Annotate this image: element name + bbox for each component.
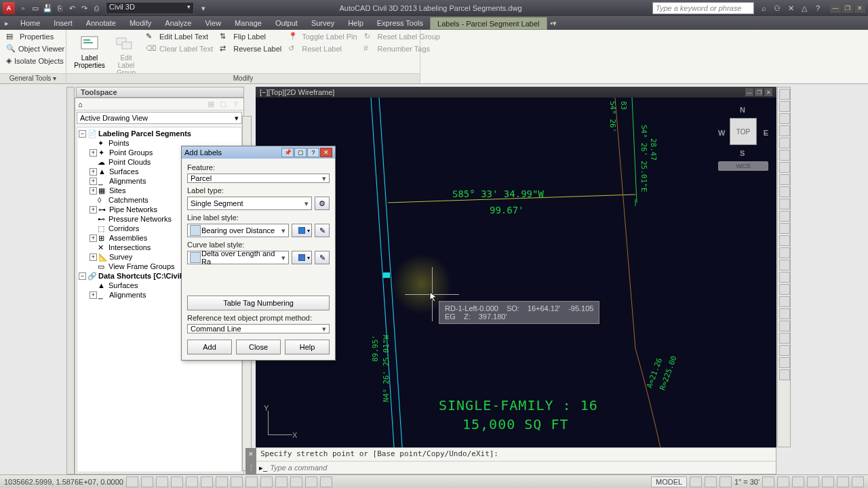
workspace-combo[interactable]: Civil 3D — [106, 2, 194, 14]
ribbon-options-icon[interactable]: ▪▾ — [547, 17, 561, 30]
label-properties-button[interactable]: Label Properties — [71, 31, 108, 70]
tool-icon[interactable] — [779, 284, 790, 295]
dialog-titlebar[interactable]: Add Labels 📌 ▢ ? ✕ — [182, 146, 335, 159]
tool-icon[interactable] — [779, 223, 790, 234]
osnap-toggle[interactable] — [186, 476, 198, 487]
tree-item-assemblies[interactable]: Assemblies — [109, 234, 147, 242]
line-style-edit-icon[interactable] — [292, 224, 312, 237]
label-type-combo[interactable]: Single Segment — [187, 197, 312, 210]
cloud-icon[interactable]: △ — [799, 3, 810, 14]
tool-icon[interactable] — [779, 113, 790, 124]
tpy-toggle[interactable] — [275, 476, 288, 487]
snap-toggle[interactable] — [126, 476, 138, 487]
otrack-toggle[interactable] — [216, 476, 228, 487]
curve-style-edit-icon[interactable] — [292, 251, 312, 264]
table-tag-numbering-button[interactable]: Table Tag Numbering — [187, 296, 330, 310]
tree-item-intersections[interactable]: Intersections — [108, 243, 151, 251]
restore-icon[interactable]: ❐ — [842, 3, 853, 13]
viewcube-top[interactable]: TOP — [730, 118, 757, 145]
tree-toggle[interactable]: + — [90, 187, 97, 195]
tree-item-pipenet[interactable]: Pipe Networks — [109, 205, 157, 214]
tool-icon[interactable] — [779, 260, 790, 270]
close-button[interactable]: Close — [236, 340, 281, 354]
model-space-button[interactable]: MODEL — [651, 476, 687, 487]
curve-style-new-icon[interactable]: ✎ — [315, 251, 330, 264]
tab-analyze[interactable]: Analyze — [158, 17, 198, 30]
app-icon[interactable]: A — [3, 2, 15, 14]
tool-icon[interactable] — [779, 369, 790, 380]
reference-method-combo[interactable]: Command Line — [187, 324, 330, 333]
properties-button[interactable]: ▤Properties — [4, 31, 62, 42]
cmd-close-icon[interactable]: ✕⋮ — [245, 448, 256, 475]
toolspace-help-icon[interactable]: ? — [230, 99, 241, 110]
label-type-options-icon[interactable]: ⚙ — [315, 197, 330, 210]
help-icon[interactable]: ? — [812, 3, 823, 14]
dyn-toggle[interactable] — [245, 476, 258, 487]
ducs-toggle[interactable] — [231, 476, 243, 487]
viewport-label[interactable]: [−][Top][2D Wireframe] — [260, 88, 334, 96]
tree-toggle[interactable]: + — [90, 168, 97, 176]
exchange-icon[interactable]: ✕ — [785, 3, 796, 14]
tree-toggle[interactable]: + — [90, 235, 97, 242]
sc-toggle[interactable] — [305, 476, 317, 487]
dialog-expand-icon[interactable]: ▢ — [294, 148, 307, 157]
tool-icon[interactable] — [779, 333, 790, 344]
tree-item-corridors[interactable]: Corridors — [108, 224, 139, 232]
save-icon[interactable]: 💾 — [42, 3, 53, 14]
isolate-objects-button[interactable]: ◈Isolate Objects — [4, 56, 62, 66]
toolspace-view-combo[interactable]: Active Drawing View — [77, 112, 242, 124]
tab-output[interactable]: Output — [269, 17, 304, 30]
lwt-toggle[interactable] — [260, 476, 273, 487]
tab-survey[interactable]: Survey — [304, 17, 341, 30]
tab-modify[interactable]: Modify — [123, 17, 158, 30]
tab-annotate[interactable]: Annotate — [79, 17, 123, 30]
tool-icon[interactable] — [779, 345, 790, 356]
tree-item-viewframe[interactable]: View Frame Groups — [108, 262, 175, 270]
ucs-icon[interactable]: X Y — [262, 407, 296, 441]
qp-toggle[interactable] — [290, 476, 302, 487]
tab-insert[interactable]: Insert — [47, 17, 79, 30]
viewcube-e[interactable]: E — [764, 129, 768, 137]
tool-icon[interactable] — [779, 150, 790, 161]
tool-icon[interactable] — [779, 89, 790, 100]
viewcube-s[interactable]: S — [740, 149, 745, 157]
toolspace-btn1-icon[interactable]: ▦ — [205, 99, 216, 110]
saveas-icon[interactable]: ⎘ — [54, 3, 65, 14]
tool-icon[interactable] — [779, 138, 790, 148]
tab-express[interactable]: Express Tools — [370, 17, 430, 30]
tab-contextual-labels[interactable]: Labels - Parcel Segment Label — [430, 17, 547, 30]
hardware-accel[interactable] — [822, 476, 834, 487]
undo-icon[interactable]: ↶ — [66, 3, 77, 14]
tool-icon[interactable] — [779, 296, 790, 307]
tree-root[interactable]: Labeling Parcel Segments — [98, 129, 191, 138]
tree-toggle[interactable]: − — [79, 130, 86, 138]
polar-toggle[interactable] — [171, 476, 183, 487]
tree-item-sc-surfaces[interactable]: Surfaces — [108, 281, 138, 289]
coordinates-readout[interactable]: 1035662.5999, 1.5876E+07, 0.0000 — [4, 478, 123, 486]
clean-screen[interactable] — [852, 476, 864, 487]
drawing-quickview[interactable] — [705, 476, 717, 487]
tree-toggle[interactable]: + — [90, 291, 97, 299]
isolate-objects-status[interactable] — [837, 476, 849, 487]
dialog-pin-icon[interactable]: 📌 — [281, 148, 294, 157]
tool-icon[interactable] — [779, 235, 790, 246]
tree-toggle[interactable]: + — [90, 206, 97, 214]
dialog-help-icon[interactable]: ? — [307, 148, 319, 157]
viewport-close-icon[interactable]: ✕ — [764, 88, 772, 96]
toolspace-title[interactable]: Toolspace — [76, 87, 244, 98]
line-style-combo[interactable]: Bearing over Distance — [187, 224, 289, 237]
tree-item-sites[interactable]: Sites — [109, 186, 125, 195]
annoscale-toggle[interactable] — [762, 476, 774, 487]
toolspace-btn2-icon[interactable]: ▢ — [218, 99, 229, 110]
edit-label-text-button[interactable]: ✎Edit Label Text — [144, 31, 215, 42]
tool-icon[interactable] — [779, 162, 790, 173]
feature-combo[interactable]: Parcel — [187, 174, 330, 183]
tool-icon[interactable] — [779, 101, 790, 112]
view-cube[interactable]: N W E S TOP WCS — [718, 106, 768, 180]
help-button[interactable]: Help — [285, 340, 330, 354]
tree-item-catchments[interactable]: Catchments — [108, 196, 149, 204]
tree-toggle[interactable]: + — [90, 178, 97, 185]
tool-icon[interactable] — [779, 125, 790, 136]
new-icon[interactable]: ▫ — [18, 3, 28, 14]
dialog-close-icon[interactable]: ✕ — [320, 148, 332, 157]
